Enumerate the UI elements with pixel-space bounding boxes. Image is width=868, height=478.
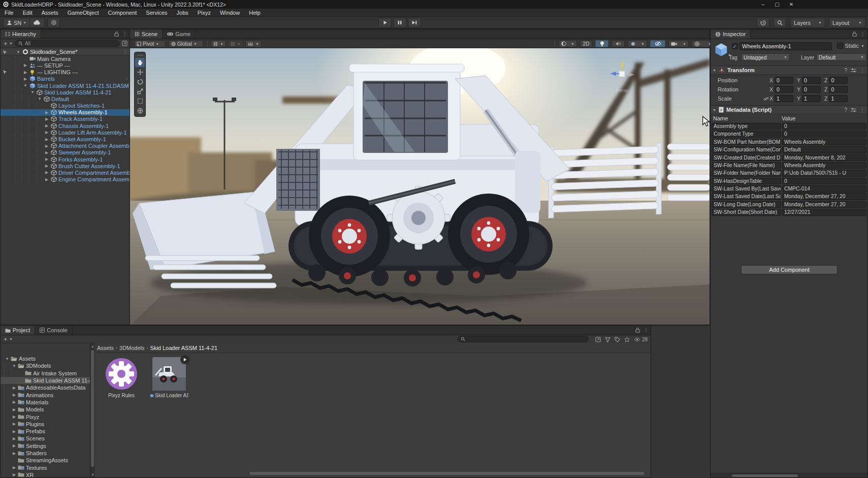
increment-snap-dropdown[interactable]: ▼ — [228, 40, 243, 47]
asset-item[interactable]: Skid Loader ASSM... — [150, 357, 188, 398]
asset-item[interactable]: Pixyz Rules — [102, 357, 141, 398]
hierarchy-row[interactable]: ▶Chassis Assembly-1 — [1, 122, 130, 129]
snap-settings-dropdown[interactable]: ▼ — [245, 40, 262, 47]
metadata-value-field[interactable]: Wheels Assembly — [782, 162, 866, 169]
foldout-icon[interactable]: ▶ — [11, 386, 18, 390]
breadcrumb-item[interactable]: 3DModels — [119, 345, 145, 351]
project-tree-row[interactable]: ▼3DModels — [1, 362, 90, 369]
hierarchy-add-button[interactable]: ＋▼ — [3, 40, 13, 47]
lock-icon[interactable] — [852, 31, 857, 37]
project-tree-row[interactable]: ▶AddressableAssetsData — [1, 384, 90, 391]
foldout-icon[interactable]: ▶ — [11, 415, 18, 419]
2d-toggle[interactable]: 2D — [580, 40, 592, 47]
tab-project[interactable]: Project — [1, 326, 35, 335]
metadata-value-field[interactable]: P:\Job Data\7500\7515 - U — [782, 170, 866, 177]
foldout-icon[interactable]: ▼ — [36, 97, 43, 101]
layer-dropdown[interactable]: Default▼ — [816, 53, 866, 61]
tab-scene[interactable]: Scene — [130, 29, 163, 39]
maximize-button[interactable]: ▢ — [770, 0, 784, 9]
transform-rotation-y-field[interactable]: 0 — [802, 86, 821, 93]
layout-dropdown[interactable]: Layout▼ — [829, 18, 865, 27]
project-tree-row[interactable]: ▶Pixyz — [1, 413, 90, 420]
foldout-icon[interactable]: ▼ — [29, 90, 36, 94]
scene-3d-viewport[interactable]: Persp — [130, 48, 710, 325]
scene-menu-icon[interactable]: ⋮ — [123, 49, 127, 54]
transform-rotation-z-field[interactable]: 0 — [829, 86, 848, 93]
prefab-open-chevron-icon[interactable]: › — [126, 83, 127, 88]
effects-dropdown[interactable]: ▼ — [628, 40, 647, 47]
hierarchy-row[interactable]: ▶Barrels› — [1, 76, 130, 82]
tag-dropdown[interactable]: Untagged▼ — [741, 53, 790, 61]
foldout-icon[interactable]: ▶ — [43, 117, 50, 121]
project-tree-row[interactable]: ▶XR — [1, 471, 90, 477]
project-tree-row[interactable]: ▶Textures — [1, 464, 90, 471]
metadata-component-header[interactable]: ▼ # Metadata (Script) ? ⋮ — [711, 105, 867, 114]
menu-window[interactable]: Window — [215, 9, 244, 17]
hierarchy-row[interactable]: ▼Default — [1, 95, 130, 102]
foldout-icon[interactable]: ▶ — [43, 110, 50, 115]
add-component-button[interactable]: Add Component — [741, 265, 838, 274]
camera-settings-dropdown[interactable]: ▼ — [668, 40, 689, 47]
foldout-icon[interactable]: ▼ — [11, 364, 18, 368]
menu-services[interactable]: Services — [141, 9, 172, 17]
project-horizontal-scrollbar[interactable] — [249, 472, 645, 475]
tab-hierarchy[interactable]: Hierarchy — [1, 29, 41, 39]
isolate-search-icon[interactable] — [122, 41, 127, 46]
tab-game[interactable]: Game — [163, 29, 196, 39]
draw-mode-dropdown[interactable]: ▼ — [559, 40, 577, 47]
hierarchy-row[interactable]: ▶Wheels Assembly-1 — [1, 109, 130, 116]
metadata-value-field[interactable]: CMPC-014 — [782, 185, 866, 193]
project-menu-icon[interactable]: ⋮ — [644, 327, 649, 333]
transform-tool[interactable] — [135, 106, 145, 115]
breadcrumb-item[interactable]: Skid Loader ASSM 11-4-21 — [150, 345, 217, 351]
tool-handle-rotation-dropdown[interactable]: Global▼ — [169, 40, 203, 47]
foldout-icon[interactable]: ▶ — [22, 70, 29, 75]
menu-gameobject[interactable]: GameObject — [63, 9, 104, 17]
project-tree-row[interactable]: ▶Scenes — [1, 435, 90, 442]
foldout-icon[interactable]: ▶ — [11, 451, 18, 456]
project-tree-row[interactable]: ▶Models — [1, 406, 90, 413]
hidden-count[interactable]: 28 — [634, 337, 648, 342]
foldout-icon[interactable]: ▶ — [11, 400, 18, 404]
lock-icon[interactable] — [635, 328, 640, 333]
scene-audio-toggle[interactable] — [612, 40, 625, 47]
hierarchy-row[interactable]: Main Camera — [1, 55, 130, 62]
close-button[interactable]: ✕ — [784, 0, 798, 9]
foldout-icon[interactable]: ▶ — [43, 144, 50, 148]
scrollbar-thumb[interactable] — [732, 474, 798, 477]
hierarchy-row[interactable]: ▶Forks Assembly-1 — [1, 156, 130, 163]
foldout-icon[interactable]: ▼ — [713, 69, 716, 72]
open-in-search-icon[interactable] — [595, 337, 601, 342]
tool-handle-pivot-dropdown[interactable]: Pivot▼ — [134, 40, 166, 47]
foldout-icon[interactable]: ▶ — [43, 130, 50, 135]
project-tree-row[interactable]: Skid Loader ASSM 11-4-21 — [1, 377, 90, 384]
hierarchy-row[interactable]: ▼Skidloader_Scene*⋮ — [1, 49, 130, 55]
foldout-icon[interactable]: ▶ — [43, 164, 50, 168]
menu-assets[interactable]: Assets — [37, 9, 63, 17]
foldout-icon[interactable]: ▶ — [43, 150, 50, 155]
cloud-button[interactable] — [29, 18, 45, 27]
project-tree-row[interactable]: ▶Settings — [1, 442, 90, 450]
hierarchy-row[interactable]: ▶Driver Compartment Assembly-1 — [1, 169, 130, 176]
pick-toggle-icon[interactable] — [3, 69, 14, 76]
expand-play-badge[interactable] — [180, 355, 189, 364]
metadata-name-field[interactable]: Component Type — [712, 131, 781, 138]
project-tree-row[interactable]: ▶Shaders — [1, 450, 90, 457]
project-tree-scrollbar[interactable]: ▲ ▼ — [90, 344, 94, 477]
metadata-value-field[interactable]: 0 — [782, 123, 866, 130]
presets-icon[interactable] — [851, 68, 856, 73]
hierarchy-row[interactable]: ▶Brush Cutter Assembly-1 — [1, 163, 130, 169]
layers-dropdown[interactable]: Layers▼ — [790, 18, 825, 27]
transform-scale-x-field[interactable]: 1 — [775, 95, 793, 102]
component-menu-icon[interactable]: ⋮ — [860, 107, 865, 113]
metadata-value-field[interactable]: Wheels Assembly — [782, 139, 866, 146]
transform-position-x-field[interactable]: 0 — [775, 77, 793, 84]
metadata-name-field[interactable]: SW-Short Date(Short Date) — [712, 209, 781, 216]
foldout-icon[interactable]: ▶ — [43, 170, 50, 175]
menu-edit[interactable]: Edit — [18, 9, 37, 17]
hierarchy-menu-icon[interactable]: ⋮ — [122, 31, 127, 37]
play-button[interactable] — [378, 18, 392, 27]
tab-inspector[interactable]: Inspector — [711, 29, 751, 39]
save-search-star-icon[interactable] — [624, 337, 630, 342]
foldout-icon[interactable]: ▶ — [43, 157, 50, 162]
